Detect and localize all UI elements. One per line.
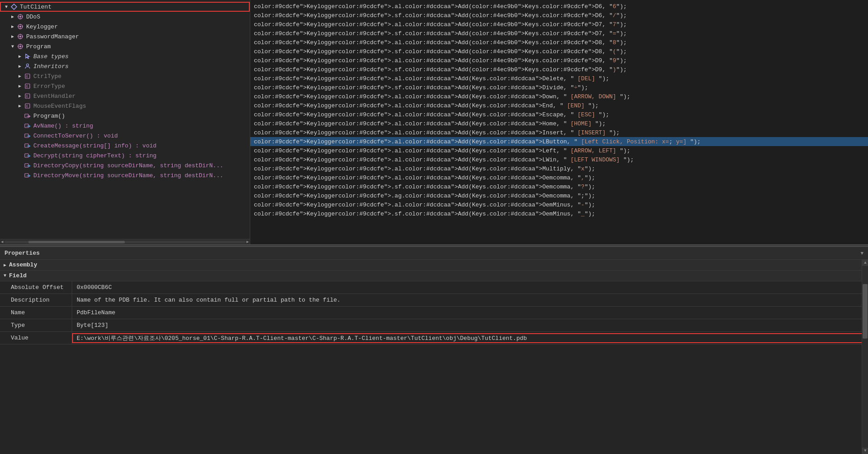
tree-scroll[interactable]: ▼TutClient▶DDoS▶Keylogger▶PasswordManage… bbox=[0, 0, 250, 239]
code-line-19[interactable]: color:#9cdcfe">Keyloggercolor:#9cdcfe">.… bbox=[250, 173, 868, 182]
svg-text:E: E bbox=[26, 75, 28, 78]
code-line-12[interactable]: color:#9cdcfe">Keyloggercolor:#9cdcfe">.… bbox=[250, 110, 868, 119]
svg-rect-54 bbox=[25, 164, 28, 167]
code-line-20[interactable]: color:#9cdcfe">Keyloggercolor:#9cdcfe">.… bbox=[250, 182, 868, 191]
tree-item-ddos[interactable]: ▶DDoS bbox=[0, 12, 250, 22]
tree-arrow-program[interactable]: ▼ bbox=[9, 44, 16, 49]
code-line-13[interactable]: color:#9cdcfe">Keyloggercolor:#9cdcfe">.… bbox=[250, 119, 868, 128]
svg-rect-34 bbox=[25, 114, 28, 118]
tree-arrow-eventhandler[interactable]: ▶ bbox=[16, 93, 23, 99]
svg-point-25 bbox=[27, 64, 29, 66]
code-line-9[interactable]: color:#9cdcfe">Keyloggercolor:#9cdcfe">.… bbox=[250, 83, 868, 92]
tree-icon-ddos bbox=[16, 13, 24, 20]
code-text-8: color:#9cdcfe">Keyloggercolor:#9cdcfe">.… bbox=[254, 75, 609, 82]
scroll-up-button[interactable]: ▲ bbox=[862, 260, 868, 266]
tree-arrow-keylogger[interactable]: ▶ bbox=[9, 24, 16, 29]
tree-item-avname[interactable]: AvName() : string bbox=[0, 121, 250, 131]
scroll-right-icon[interactable]: ▶ bbox=[247, 239, 249, 244]
tree-item-basetypes[interactable]: ▶Base types bbox=[0, 51, 250, 61]
code-line-22[interactable]: color:#9cdcfe">Keyloggercolor:#9cdcfe">.… bbox=[250, 200, 868, 209]
prop-section-assembly[interactable]: ▶ Assembly bbox=[0, 260, 868, 271]
properties-body[interactable]: ▶ Assembly▼ FieldAbsolute Offset0x0000CB… bbox=[0, 260, 868, 454]
tree-horizontal-scrollbar[interactable]: ◀ ▶ bbox=[0, 239, 250, 244]
code-line-2[interactable]: color:#9cdcfe">Keyloggercolor:#9cdcfe">.… bbox=[250, 20, 868, 29]
code-text-2: color:#9cdcfe">Keyloggercolor:#9cdcfe">.… bbox=[254, 21, 627, 28]
code-text-23: color:#9cdcfe">Keyloggercolor:#9cdcfe">.… bbox=[254, 211, 595, 217]
code-line-10[interactable]: color:#9cdcfe">Keyloggercolor:#9cdcfe">.… bbox=[250, 92, 868, 101]
code-line-23[interactable]: color:#9cdcfe">Keyloggercolor:#9cdcfe">.… bbox=[250, 209, 868, 218]
code-line-15[interactable]: color:#9cdcfe">Keyloggercolor:#9cdcfe">.… bbox=[250, 137, 868, 146]
tree-item-connecttoserver[interactable]: ConnectToServer() : void bbox=[0, 131, 250, 141]
prop-row-1[interactable]: DescriptionName of the PDB file. It can … bbox=[0, 294, 868, 307]
tree-item-directorycopy[interactable]: DirectoryCopy(string sourceDirName, stri… bbox=[0, 161, 250, 170]
code-line-18[interactable]: color:#9cdcfe">Keyloggercolor:#9cdcfe">.… bbox=[250, 164, 868, 173]
tree-icon-basetypes bbox=[23, 53, 32, 60]
tree-arrow-ctrltype[interactable]: ▶ bbox=[16, 73, 23, 79]
tree-arrow-basetypes[interactable]: ▶ bbox=[16, 54, 23, 59]
tree-arrow-mouseeventflags[interactable]: ▶ bbox=[16, 103, 23, 109]
prop-value-1: Name of the PDB file. It can also contai… bbox=[72, 297, 868, 303]
prop-row-4[interactable]: ValueE:\work\비루스관련\자료조사\0205_horse_01\C-… bbox=[0, 332, 868, 344]
tree-arrow-errortype[interactable]: ▶ bbox=[16, 83, 23, 89]
code-text-20: color:#9cdcfe">Keyloggercolor:#9cdcfe">.… bbox=[254, 183, 595, 190]
prop-value-4[interactable]: E:\work\비루스관련\자료조사\0205_horse_01\C-Sharp… bbox=[72, 333, 868, 343]
code-line-21[interactable]: color:#9cdcfe">Keyloggercolor:#9cdcfe">.… bbox=[250, 191, 868, 200]
code-text-10: color:#9cdcfe">Keyloggercolor:#9cdcfe">.… bbox=[254, 93, 630, 100]
tree-item-decrypt[interactable]: Decrypt(string cipherText) : string bbox=[0, 151, 250, 161]
properties-scrollbar[interactable]: ▲ ▼ bbox=[862, 260, 868, 454]
tree-icon-directorycopy bbox=[23, 162, 32, 169]
tree-item-program[interactable]: ▼Program bbox=[0, 41, 250, 51]
code-line-16[interactable]: color:#9cdcfe">Keyloggercolor:#9cdcfe">.… bbox=[250, 146, 868, 155]
tree-item-passwordmanager[interactable]: ▶PasswordManager bbox=[0, 32, 250, 41]
tree-icon-ctrltype: E bbox=[23, 73, 32, 80]
tree-item-mouseeventflags[interactable]: ▶EMouseEventFlags bbox=[0, 101, 250, 111]
section-arrow-field: ▼ bbox=[4, 273, 6, 278]
vscroll-area[interactable] bbox=[862, 266, 868, 448]
hscroll-track[interactable] bbox=[4, 241, 245, 243]
properties-collapse-icon[interactable]: ▼ bbox=[860, 251, 863, 256]
tree-arrow-inheritors[interactable]: ▶ bbox=[16, 64, 23, 69]
code-line-0[interactable]: color:#9cdcfe">Keyloggercolor:#9cdcfe">.… bbox=[250, 2, 868, 11]
code-line-5[interactable]: color:#9cdcfe">Keyloggercolor:#9cdcfe">.… bbox=[250, 47, 868, 56]
prop-row-2[interactable]: NamePdbFileName bbox=[0, 307, 868, 319]
tree-item-eventhandler[interactable]: ▶EEventHandler bbox=[0, 91, 250, 101]
code-line-3[interactable]: color:#9cdcfe">Keyloggercolor:#9cdcfe">.… bbox=[250, 29, 868, 38]
scroll-down-button[interactable]: ▼ bbox=[862, 448, 868, 454]
tree-arrow-passwordmanager[interactable]: ▶ bbox=[9, 34, 16, 39]
hscroll-thumb[interactable] bbox=[28, 241, 125, 243]
tree-item-tutclient[interactable]: ▼TutClient bbox=[0, 2, 250, 12]
code-text-9: color:#9cdcfe">Keyloggercolor:#9cdcfe">.… bbox=[254, 84, 588, 91]
code-text-19: color:#9cdcfe">Keyloggercolor:#9cdcfe">.… bbox=[254, 174, 595, 181]
tree-item-inheritors[interactable]: ▶Inheritors bbox=[0, 61, 250, 71]
code-text-22: color:#9cdcfe">Keyloggercolor:#9cdcfe">.… bbox=[254, 202, 595, 208]
tree-label-connecttoserver: ConnectToServer() : void bbox=[33, 133, 118, 139]
code-line-17[interactable]: color:#9cdcfe">Keyloggercolor:#9cdcfe">.… bbox=[250, 155, 868, 164]
tree-item-ctrltype[interactable]: ▶ECtrlType bbox=[0, 71, 250, 81]
prop-name-4: Value bbox=[0, 332, 72, 344]
code-line-1[interactable]: color:#9cdcfe">Keyloggercolor:#9cdcfe">.… bbox=[250, 11, 868, 20]
code-line-7[interactable]: color:#9cdcfe">Keyloggercolor:#9cdcfe">.… bbox=[250, 65, 868, 74]
prop-name-3: Type bbox=[0, 319, 72, 331]
prop-value-3: Byte[123] bbox=[72, 322, 868, 329]
code-line-8[interactable]: color:#9cdcfe">Keyloggercolor:#9cdcfe">.… bbox=[250, 74, 868, 83]
prop-row-0[interactable]: Absolute Offset0x0000CB6C bbox=[0, 281, 868, 294]
prop-row-3[interactable]: TypeByte[123] bbox=[0, 319, 868, 332]
scroll-left-icon[interactable]: ◀ bbox=[1, 239, 3, 244]
tree-item-keylogger[interactable]: ▶Keylogger bbox=[0, 22, 250, 32]
code-scroll[interactable]: color:#9cdcfe">Keyloggercolor:#9cdcfe">.… bbox=[250, 0, 868, 244]
tree-item-createmessage[interactable]: CreateMessage(string[] info) : void bbox=[0, 141, 250, 151]
tree-item-programctor[interactable]: Program() bbox=[0, 111, 250, 121]
svg-rect-58 bbox=[25, 174, 28, 177]
tree-arrow-ddos[interactable]: ▶ bbox=[9, 14, 16, 19]
svg-point-2 bbox=[19, 16, 21, 18]
tree-label-mouseeventflags: MouseEventFlags bbox=[33, 103, 86, 110]
prop-section-field[interactable]: ▼ Field bbox=[0, 271, 868, 281]
code-line-6[interactable]: color:#9cdcfe">Keyloggercolor:#9cdcfe">.… bbox=[250, 56, 868, 65]
code-line-4[interactable]: color:#9cdcfe">Keyloggercolor:#9cdcfe">.… bbox=[250, 38, 868, 47]
code-line-14[interactable]: color:#9cdcfe">Keyloggercolor:#9cdcfe">.… bbox=[250, 128, 868, 137]
tree-item-errortype[interactable]: ▶EErrorType bbox=[0, 81, 250, 91]
tree-item-directorymove[interactable]: DirectoryMove(string sourceDirName, stri… bbox=[0, 170, 250, 180]
code-line-11[interactable]: color:#9cdcfe">Keyloggercolor:#9cdcfe">.… bbox=[250, 101, 868, 110]
vscroll-thumb[interactable] bbox=[863, 284, 868, 339]
tree-arrow-tutclient[interactable]: ▼ bbox=[3, 5, 10, 9]
